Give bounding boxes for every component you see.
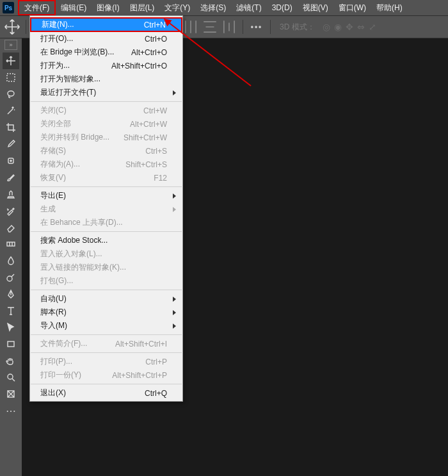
menu-item-shortcut: Ctrl+W — [143, 106, 167, 115]
menu-窗口[interactable]: 窗口(W) — [333, 0, 371, 15]
eraser-tool[interactable] — [3, 219, 19, 236]
magic-wand-tool[interactable] — [3, 103, 19, 119]
menu-item-最近打开文件T[interactable]: 最近打开文件(T) — [30, 86, 182, 99]
marquee-tool[interactable] — [3, 69, 19, 86]
svg-point-4 — [7, 276, 12, 281]
menu-编辑[interactable]: 编辑(E) — [56, 0, 92, 15]
menu-选择[interactable]: 选择(S) — [195, 0, 231, 15]
menu-item-存储为A: 存储为(A)...Shift+Ctrl+S — [30, 158, 182, 171]
menu-item-导入M[interactable]: 导入(M) — [30, 319, 182, 332]
menu-item-打印一份Y: 打印一份(Y)Alt+Shift+Ctrl+P — [30, 368, 182, 382]
rectangle-tool[interactable] — [3, 336, 19, 352]
eyedropper-tool[interactable] — [3, 136, 19, 152]
3d-mode-label: 3D 模式： — [280, 22, 315, 33]
menu-item-打包G: 打包(G)... — [30, 274, 182, 288]
menu-item-恢复V: 恢复(V)F12 — [30, 171, 182, 185]
menu-item-自动U[interactable]: 自动(U) — [30, 292, 182, 306]
menu-item-label: 最近打开文件(T) — [40, 87, 167, 98]
menu-文件[interactable]: 文件(F) — [18, 0, 56, 15]
blur-tool[interactable] — [3, 252, 19, 269]
edit-toolbar-icon[interactable]: ⋯ — [3, 402, 19, 419]
menu-item-置入嵌入对象L: 置入嵌入对象(L)... — [30, 247, 182, 261]
menu-item-shortcut: Alt+Ctrl+W — [130, 120, 167, 129]
orbit-icon[interactable]: ◎ — [323, 22, 330, 32]
brush-tool[interactable] — [3, 169, 19, 186]
crop-tool[interactable] — [3, 119, 19, 136]
menu-item-关闭并转到-Bridge: 关闭并转到 Bridge...Shift+Ctrl+W — [30, 131, 182, 144]
menu-separator — [31, 334, 182, 335]
menu-item-关闭C: 关闭(C)Ctrl+W — [30, 104, 182, 117]
separator — [26, 20, 26, 34]
left-toolbar: » ⋯ — [0, 37, 22, 476]
roll-icon[interactable]: ◉ — [334, 22, 342, 32]
more-options-icon[interactable]: ••• — [248, 19, 265, 35]
menu-item-label: 存储(S) — [40, 145, 145, 156]
menu-separator — [31, 101, 182, 102]
path-selection-tool[interactable] — [3, 319, 19, 336]
move-tool[interactable] — [3, 53, 19, 69]
menu-item-shortcut: Ctrl+S — [145, 147, 167, 156]
menu-item-label: 搜索 Adobe Stock... — [40, 235, 167, 246]
menu-item-shortcut: F12 — [154, 174, 167, 183]
menu-item-label: 脚本(R) — [40, 307, 167, 318]
distribute-vcenter-icon[interactable] — [182, 19, 199, 35]
menu-separator — [31, 290, 182, 290]
menu-item-label: 打开为... — [40, 60, 111, 71]
menu-图像[interactable]: 图像(I) — [92, 0, 124, 15]
menu-item-label: 打开为智能对象... — [40, 74, 167, 85]
menu-separator — [31, 186, 182, 187]
menu-separator — [31, 231, 182, 232]
zoom-icon[interactable]: ⤢ — [369, 22, 376, 32]
menu-item-退出X[interactable]: 退出(X)Ctrl+Q — [30, 386, 182, 400]
slide-icon[interactable]: ⇔ — [357, 22, 365, 32]
artboard-tool[interactable] — [3, 386, 19, 402]
menu-item-label: 文件简介(F)... — [40, 338, 115, 349]
menu-item-label: 新建(N)... — [42, 19, 144, 30]
menu-item-打开为[interactable]: 打开为...Alt+Shift+Ctrl+O — [30, 59, 182, 72]
menu-item-打开O[interactable]: 打开(O)...Ctrl+O — [30, 32, 182, 45]
file-menu-dropdown: 新建(N)...Ctrl+N打开(O)...Ctrl+O在 Bridge 中浏览… — [29, 15, 183, 402]
menu-item-shortcut: Shift+Ctrl+W — [124, 133, 167, 142]
menu-item-label: 打印(P)... — [40, 356, 145, 367]
toolbar-collapse-icon[interactable]: » — [4, 40, 17, 50]
menu-视图[interactable]: 视图(V) — [298, 0, 333, 15]
menu-滤镜[interactable]: 滤镜(T) — [231, 0, 266, 15]
menu-item-新建N[interactable]: 新建(N)...Ctrl+N — [30, 17, 182, 32]
menu-item-label: 在 Behance 上共享(D)... — [40, 217, 167, 228]
clone-stamp-tool[interactable] — [3, 186, 19, 202]
menu-item-搜索-Adobe-Stock[interactable]: 搜索 Adobe Stock... — [30, 234, 182, 247]
menu-文字[interactable]: 文字(Y) — [159, 0, 195, 15]
menu-item-关闭全部: 关闭全部Alt+Ctrl+W — [30, 117, 182, 131]
menu-item-label: 导入(M) — [40, 320, 167, 331]
menu-item-打开为智能对象[interactable]: 打开为智能对象... — [30, 72, 182, 86]
move-tool-indicator[interactable] — [4, 19, 20, 35]
menu-item-label: 存储为(A)... — [40, 159, 125, 170]
distribute-left-icon[interactable] — [221, 19, 237, 35]
svg-rect-5 — [8, 341, 14, 347]
menu-item-shortcut: Ctrl+O — [145, 35, 167, 44]
menu-item-存储S: 存储(S)Ctrl+S — [30, 144, 182, 158]
zoom-tool[interactable] — [3, 369, 19, 386]
pen-tool[interactable] — [3, 286, 19, 302]
pan-icon[interactable]: ✥ — [346, 22, 353, 32]
menu-item-label: 生成 — [40, 204, 167, 215]
menu-item-脚本R[interactable]: 脚本(R) — [30, 306, 182, 319]
hand-tool[interactable] — [3, 352, 19, 369]
menu-item-在-Behance-上共享D: 在 Behance 上共享(D)... — [30, 216, 182, 229]
menu-item-label: 打印一份(Y) — [40, 370, 112, 381]
gradient-tool[interactable] — [3, 236, 19, 252]
type-tool[interactable] — [3, 302, 19, 319]
menu-帮助[interactable]: 帮助(H) — [371, 0, 408, 15]
history-brush-tool[interactable] — [3, 202, 19, 219]
separator — [270, 20, 271, 34]
menu-item-shortcut: Shift+Ctrl+S — [125, 160, 167, 169]
menu-item-导出E[interactable]: 导出(E) — [30, 189, 182, 202]
menu-3d[interactable]: 3D(D) — [267, 0, 298, 15]
distribute-bottom-icon[interactable] — [202, 19, 218, 35]
menu-图层[interactable]: 图层(L) — [125, 0, 160, 15]
menu-item-shortcut: Ctrl+P — [145, 357, 167, 366]
menu-item-在-Bridge-中浏览B[interactable]: 在 Bridge 中浏览(B)...Alt+Ctrl+O — [30, 45, 182, 59]
lasso-tool[interactable] — [3, 86, 19, 103]
dodge-tool[interactable] — [3, 269, 19, 286]
healing-brush-tool[interactable] — [3, 152, 19, 169]
